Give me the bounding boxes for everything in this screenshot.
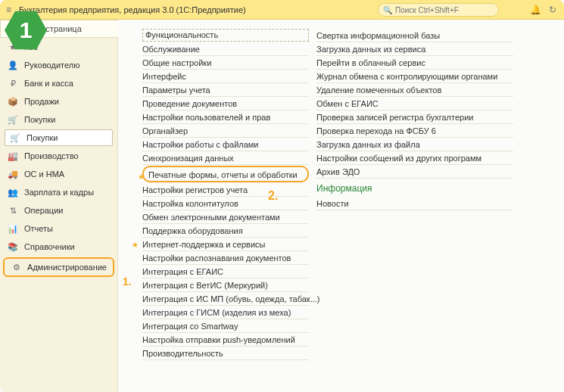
search-box[interactable]: 🔍 [378,3,499,17]
settings-link[interactable]: Настройки регистров учета [142,183,309,197]
content: льная страница ★ ное 👤 Руководителю ₽ Ба… [0,20,564,392]
books-icon: 📚 [8,242,18,252]
settings-link[interactable]: Интеграция с ВетИС (Меркурий) [142,278,309,292]
settings-link[interactable]: Настройки работы с файлами [142,138,309,151]
truck-icon: 🚚 [8,170,18,179]
settings-link[interactable]: Настройки распознавания документов [142,251,309,265]
settings-link[interactable]: Настройка отправки push-уведомлений [142,333,309,347]
settings-link[interactable]: Интерфейс [142,70,309,83]
service-link[interactable]: Проверка записей регистра бухгалтерии [316,110,513,124]
sidebar-item-label: Операции [24,206,63,215]
sidebar-item-label: Производство [24,151,79,160]
search-icon: 🔍 [383,6,392,14]
sidebar-item-label: Зарплата и кадры [24,188,94,197]
arrows-icon: ⇅ [8,206,18,216]
sidebar-item-references[interactable]: 📚 Справочники [0,238,117,256]
service-link[interactable]: Настройки сообщений из других программ [316,151,513,165]
settings-link[interactable]: Интернет-поддержка и сервисы [142,238,309,251]
sidebar-item-label: Руководителю [24,61,79,70]
sidebar-item-label: Покупки [26,133,58,142]
settings-link[interactable]: Обмен электронными документами [142,210,309,224]
settings-link[interactable]: Синхронизация данных [142,151,309,165]
info-section-header: Информация [316,183,513,194]
sidebar-item-label: ОС и НМА [24,170,64,179]
callout-1: 1. [123,275,132,288]
titlebar-actions: 🔔 ↻ [530,0,556,20]
people-icon: 👥 [8,188,18,198]
bell-icon[interactable]: 🔔 [530,5,541,15]
sidebar-item-label: Отчеты [24,224,53,233]
sidebar-item-production[interactable]: 🏭 Производство [0,147,117,165]
sidebar: льная страница ★ ное 👤 Руководителю ₽ Ба… [0,20,118,392]
settings-link[interactable]: Обслуживание [142,42,309,56]
settings-link[interactable]: Функциональность [142,29,309,42]
sidebar-item-purchases-selected[interactable]: 🛒 Покупки [5,129,113,146]
factory-icon: 🏭 [8,151,18,161]
sidebar-item-label: Администрирование [27,263,107,272]
sidebar-item-label: Покупки [24,115,55,124]
main-panel: Функциональность Обслуживание Общие наст… [118,20,564,392]
sidebar-item-label: Справочники [24,242,75,251]
settings-link[interactable]: Настройка колонтитулов [142,197,309,210]
settings-column-left: Функциональность Обслуживание Общие наст… [142,29,309,380]
sidebar-item-admin[interactable]: ⚙ Администрирование [5,259,113,275]
titlebar: ≡ Бухгалтерия предприятия, редакция 3.0 … [0,0,564,20]
gear-icon: ⚙ [12,263,21,272]
service-link[interactable]: Журнал обмена с контролирующими органами [316,70,513,83]
cart-icon: 🛒 [8,115,18,125]
settings-link[interactable]: Настройки пользователей и прав [142,110,309,124]
settings-link[interactable]: Органайзер [142,124,309,138]
service-link[interactable]: Архив ЭДО [316,165,513,179]
sidebar-item-sales[interactable]: 📦 Продажи [0,92,117,110]
sidebar-item-label: Банк и касса [24,79,73,88]
settings-link-highlight: Печатные формы, отчеты и обработки [142,166,309,182]
cart-icon: 🛒 [10,133,20,143]
sidebar-item-manager[interactable]: 👤 Руководителю [0,56,117,74]
sidebar-item-purchases-top[interactable]: 🛒 Покупки [0,110,117,129]
sidebar-item-admin-highlight: ⚙ Администрирование [3,257,114,277]
box-icon: 📦 [8,97,18,107]
sidebar-item-payroll[interactable]: 👥 Зарплата и кадры [0,183,117,201]
ruble-icon: ₽ [8,79,18,89]
settings-link[interactable]: Производительность [142,347,309,360]
service-link[interactable]: Загрузка данных из сервиса [316,42,513,56]
person-icon: 👤 [8,61,18,70]
callout-2: 2. [268,189,278,203]
chart-icon: 📊 [8,224,18,234]
service-link[interactable]: Перейти в облачный сервис [316,56,513,70]
settings-link[interactable]: Общие настройки [142,56,309,70]
service-link[interactable]: Свертка информационной базы [316,29,513,42]
app-title: Бухгалтерия предприятия, редакция 3.0 (1… [19,5,246,14]
sidebar-item-bank[interactable]: ₽ Банк и касса [0,74,117,92]
settings-link[interactable]: Интеграция с ЕГАИС [142,265,309,278]
service-link[interactable]: Загрузка данных из файла [316,138,513,151]
settings-link-print-forms[interactable]: Печатные формы, отчеты и обработки [148,170,305,179]
settings-link[interactable]: Интеграция с ИС МП (обувь, одежда, табак… [142,292,309,306]
settings-link[interactable]: Проведение документов [142,97,309,110]
service-link[interactable]: Обмен с ЕГАИС [316,97,513,110]
step-badge: 1 [5,9,47,51]
settings-link[interactable]: Поддержка оборудования [142,224,309,238]
service-link[interactable]: Удаление помеченных объектов [316,83,513,97]
settings-column-right: Свертка информационной базы Загрузка дан… [316,29,513,380]
sidebar-item-reports[interactable]: 📊 Отчеты [0,219,117,238]
search-input[interactable] [395,6,486,14]
sidebar-item-label: Продажи [24,97,59,106]
sidebar-item-operations[interactable]: ⇅ Операции [0,201,117,219]
history-icon[interactable]: ↻ [549,5,556,15]
settings-link[interactable]: Интеграция со Smartway [142,319,309,333]
app-window: 1 1. 2. ≡ Бухгалтерия предприятия, редак… [0,0,564,392]
settings-link[interactable]: Интеграция с ГИСМ (изделия из меха) [142,306,309,319]
sidebar-item-assets[interactable]: 🚚 ОС и НМА [0,165,117,183]
service-link[interactable]: Проверка перехода на ФСБУ 6 [316,124,513,138]
badge-number: 1 [20,17,33,43]
info-link[interactable]: Новости [316,197,513,210]
settings-link[interactable]: Параметры учета [142,83,309,97]
hex-badge: 1 [5,9,47,51]
